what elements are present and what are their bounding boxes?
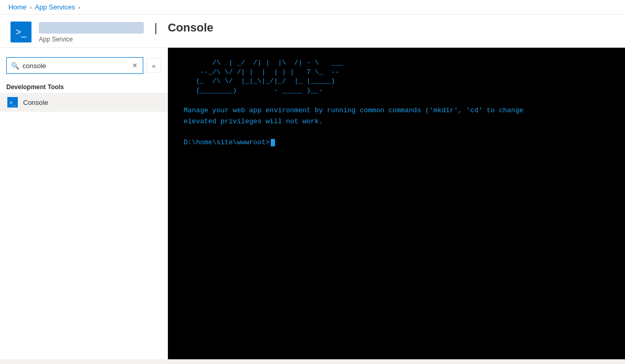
console-message-line1: Manage your web app environment by runni…	[184, 106, 524, 114]
nav-item-console[interactable]: >_ Console	[0, 93, 167, 112]
console-ascii-art: /\ | _/ /| | |\ /| - \ ___ --_/\ \/ /| |…	[184, 58, 609, 95]
main-layout: 🔍 ✕ « Development Tools >_ Console /\ | …	[0, 48, 625, 359]
console-output: /\ | _/ /| | |\ /| - \ ___ --_/\ \/ /| |…	[168, 48, 625, 359]
console-message-line2: elevated privileges will not work.	[184, 117, 323, 125]
header-divider: |	[154, 21, 157, 35]
search-box-wrapper: 🔍 ✕ «	[0, 53, 167, 78]
console-prompt[interactable]: D:\home\site\wwwroot>	[184, 138, 609, 147]
nav-section-development-tools: Development Tools	[0, 78, 167, 93]
console-cursor	[271, 139, 275, 146]
breadcrumb-sep-1: ›	[30, 4, 32, 10]
console-terminal[interactable]: /\ | _/ /| | |\ /| - \ ___ --_/\ \/ /| |…	[168, 48, 625, 359]
console-prompt-text: D:\home\site\wwwroot>	[184, 138, 270, 147]
breadcrumb-sep-2: ›	[78, 4, 80, 10]
console-message: Manage your web app environment by runni…	[184, 105, 609, 127]
header-name-row: | Console	[39, 21, 214, 35]
header-info: | Console App Service	[39, 21, 214, 43]
page-subtitle: App Service	[39, 36, 214, 43]
service-icon: >_	[10, 22, 31, 42]
breadcrumb-home[interactable]: Home	[8, 3, 27, 11]
page-header: >_ | Console App Service	[0, 15, 625, 48]
breadcrumb-app-services[interactable]: App Services	[35, 3, 75, 11]
breadcrumb: Home › App Services ›	[0, 0, 625, 15]
console-nav-label: Console	[23, 99, 48, 106]
page-title: Console	[168, 21, 214, 35]
console-nav-icon: >_	[7, 97, 18, 108]
search-icon: 🔍	[11, 62, 19, 70]
sidebar: 🔍 ✕ « Development Tools >_ Console	[0, 48, 168, 359]
search-box-container: 🔍 ✕	[6, 57, 143, 74]
search-input[interactable]	[23, 62, 131, 70]
search-clear-button[interactable]: ✕	[131, 61, 139, 70]
collapse-icon: «	[152, 62, 155, 70]
service-name-redacted	[39, 22, 144, 34]
collapse-button[interactable]: «	[146, 58, 161, 73]
